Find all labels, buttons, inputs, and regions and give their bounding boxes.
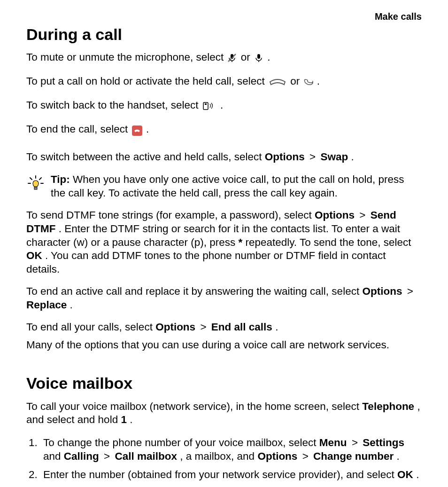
text: To send DTMF tone strings (for example, …: [26, 209, 315, 221]
separator: >: [301, 450, 310, 462]
key-1: 1: [121, 414, 127, 425]
options-label: Options: [257, 450, 297, 462]
svg-line-10: [39, 178, 41, 180]
ok-label: OK: [397, 469, 413, 480]
separator: >: [357, 209, 367, 221]
text: .: [70, 299, 73, 311]
end-all-calls-label: End all calls: [211, 321, 272, 333]
voicemail-steps: To change the phone number of your voice…: [26, 436, 422, 486]
telephone-label: Telephone: [362, 401, 414, 412]
mic-mute-icon: [227, 53, 237, 66]
heading-voice-mailbox: Voice mailbox: [26, 375, 422, 392]
para-hold: To put a call on hold or activate the he…: [26, 75, 422, 90]
separator: >: [350, 437, 360, 448]
text: or: [290, 75, 302, 87]
para-network-note: Many of the options that you can use dur…: [26, 338, 422, 352]
separator: >: [405, 285, 415, 297]
text: .: [146, 123, 149, 135]
change-number-label: Change number: [313, 450, 394, 462]
options-label: Options: [265, 151, 305, 163]
text: To end an active call and replace it by …: [26, 285, 362, 297]
text: .: [220, 99, 223, 111]
call-mailbox-label: Call mailbox: [115, 450, 177, 462]
list-item: Enter the number (obtained from your net…: [40, 468, 422, 482]
text: To switch between the active and held ca…: [26, 151, 265, 163]
para-replace: To end an active call and replace it by …: [26, 285, 422, 312]
separator: >: [198, 321, 208, 333]
text: .: [416, 469, 419, 480]
breadcrumb: Make calls: [26, 11, 422, 22]
heading-during-a-call: During a call: [26, 26, 422, 43]
para-handset: To switch back to the handset, select .: [26, 99, 422, 114]
options-label: Options: [315, 209, 355, 221]
svg-rect-13: [34, 187, 37, 189]
text: .: [267, 51, 270, 63]
separator: >: [102, 450, 112, 462]
calling-label: Calling: [64, 450, 99, 462]
text: To call your voice mailbox (network serv…: [26, 401, 362, 412]
text: To end all your calls, select: [26, 321, 155, 333]
end-call-icon: [132, 126, 142, 136]
lightbulb-icon: [26, 175, 45, 196]
svg-rect-7: [205, 103, 207, 105]
tip-label: Tip:: [51, 173, 70, 185]
manual-page: Make calls During a call To mute or unmu…: [0, 0, 448, 487]
text: To put a call on hold or activate the he…: [26, 75, 268, 87]
text: .: [351, 151, 354, 163]
text: or: [241, 51, 253, 63]
options-label: Options: [362, 285, 402, 297]
options-label: Options: [155, 321, 195, 333]
list-item: To change the phone number of your voice…: [40, 436, 422, 463]
para-voicemail-intro: To call your voice mailbox (network serv…: [26, 400, 422, 427]
text: .: [397, 450, 400, 462]
text: When you have only one active voice call…: [51, 173, 404, 199]
menu-label: Menu: [319, 437, 347, 448]
settings-label: Settings: [363, 437, 404, 448]
mic-icon: [254, 53, 263, 66]
handset-lifted-icon: [304, 77, 313, 90]
para-swap: To switch between the active and held ca…: [26, 150, 422, 164]
para-end-all: To end all your calls, select Options > …: [26, 321, 422, 334]
tip-callout: Tip: When you have only one active voice…: [26, 173, 422, 200]
swap-label: Swap: [320, 151, 348, 163]
para-end-call: To end the call, select .: [26, 123, 422, 136]
text: , a mailbox, and: [180, 450, 257, 462]
para-dtmf: To send DTMF tone strings (for example, …: [26, 209, 422, 276]
svg-rect-4: [257, 54, 260, 59]
tip-text: Tip: When you have only one active voice…: [51, 173, 422, 200]
handset-speaker-icon: [202, 101, 216, 114]
para-mute: To mute or unmute the microphone, select…: [26, 51, 422, 66]
text: To end the call, select: [26, 123, 131, 135]
ok-label: OK: [26, 250, 42, 261]
text: To mute or unmute the microphone, select: [26, 51, 226, 63]
separator: >: [308, 151, 317, 163]
text: To change the phone number of your voice…: [43, 437, 319, 448]
svg-line-9: [30, 178, 32, 180]
text: and: [43, 450, 64, 462]
text: .: [130, 414, 132, 425]
text: Enter the number (obtained from your net…: [43, 469, 397, 480]
text: To switch back to the handset, select: [26, 99, 201, 111]
text: .: [275, 321, 278, 333]
replace-label: Replace: [26, 299, 67, 311]
text: . You can add DTMF tones to the phone nu…: [26, 250, 386, 275]
star-key: *: [238, 236, 242, 248]
text: .: [317, 75, 320, 87]
phone-cradle-icon: [269, 77, 286, 90]
text: repeatedly. To send the tone, select: [245, 236, 411, 248]
